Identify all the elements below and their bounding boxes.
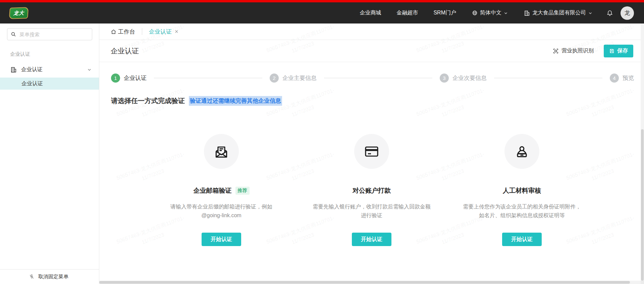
nav-enterprise-mall[interactable]: 企业商城 <box>360 9 381 16</box>
method-icon-circle <box>204 134 239 169</box>
chevron-down-icon <box>87 67 92 72</box>
save-button[interactable]: 保存 <box>604 45 633 57</box>
page-title-bar: 企业认证 营业执照识别 保存 <box>99 40 644 62</box>
unpin-menu-label: 取消固定菜单 <box>38 274 68 280</box>
unpin-menu-button[interactable]: 取消固定菜单 <box>0 269 99 284</box>
method-icon-circle <box>504 134 539 169</box>
search-icon <box>11 32 16 37</box>
company-switcher[interactable]: 龙大食品集团有限公司 <box>524 9 592 16</box>
step-1-enterprise-cert: 1 企业认证 <box>111 74 147 83</box>
method-title-row: 企业邮箱验证 推荐 <box>194 186 250 195</box>
pin-slash-icon <box>29 274 35 280</box>
method-description: 请输入带有企业后缀的邮箱进行验证，例如 @going-link.com <box>162 202 281 220</box>
vertical-scrollbar[interactable] <box>641 23 644 281</box>
step-number: 2 <box>270 74 279 83</box>
step-label: 企业次要信息 <box>452 74 487 82</box>
scan-icon <box>553 48 559 54</box>
horizontal-scrollbar[interactable] <box>99 281 641 284</box>
tab-enterprise-cert-label: 企业认证 <box>149 28 172 36</box>
verification-methods: 企业邮箱验证 推荐 请输入带有企业后缀的邮箱进行验证，例如 @going-lin… <box>146 134 597 246</box>
app-header: 龙大 企业商城 金融超市 SRM门户 简体中文 龙大食品集团有限公司 龙 <box>0 2 644 23</box>
method-card-manual-review: 人工材料审核 需要上传您作为该企业员工的相关身份证明附件，如名片、组织架构信息或… <box>447 134 597 246</box>
method-title: 人工材料审核 <box>503 186 541 195</box>
verify-note-highlighted: 验证通过还需继续完善其他企业信息 <box>189 96 282 106</box>
verify-heading: 请选择任一方式完成验证 <box>111 96 185 105</box>
tab-bar: 工作台 企业认证 × <box>99 23 644 40</box>
company-name: 龙大食品集团有限公司 <box>532 9 586 16</box>
recommended-badge: 推荐 <box>235 187 250 195</box>
chevron-down-icon <box>588 11 592 15</box>
step-label: 企业认证 <box>124 74 147 82</box>
sidebar-fill <box>0 90 99 269</box>
notifications-button[interactable] <box>606 10 613 16</box>
menu-search <box>7 28 92 40</box>
start-cert-manual-button[interactable]: 开始认证 <box>502 233 542 246</box>
app-body: 企业认证 企业认证 企业认证 取消固定菜单 工作台 <box>0 23 644 284</box>
building-icon <box>524 10 530 16</box>
page-title: 企业认证 <box>111 46 139 56</box>
vertical-scrollbar-thumb[interactable] <box>641 129 644 281</box>
method-description: 需要先输入银行账户，收到打款后需输入回款金额进行验证 <box>312 202 431 220</box>
sidebar-item-label: 企业认证 <box>21 66 87 73</box>
method-title-row: 人工材料审核 <box>503 186 541 195</box>
sidebar-group-label: 企业认证 <box>10 51 99 57</box>
close-icon[interactable]: × <box>175 29 178 35</box>
bell-icon <box>606 10 613 16</box>
method-icon-circle <box>354 134 389 169</box>
step-connector <box>154 78 262 78</box>
tab-workbench[interactable]: 工作台 <box>111 28 135 36</box>
horizontal-scrollbar-thumb[interactable] <box>99 281 630 284</box>
scrollbar-corner <box>641 281 644 284</box>
step-3-secondary-info: 3 企业次要信息 <box>440 74 487 83</box>
tab-separator <box>142 28 142 35</box>
top-red-strip <box>0 0 644 2</box>
sidebar-item-enterprise-cert[interactable]: 企业认证 <box>0 61 99 78</box>
content-area: 1 企业认证 2 企业主要信息 3 企业次要信息 4 预览 <box>99 62 644 284</box>
step-number: 3 <box>440 74 449 83</box>
save-icon <box>609 48 614 54</box>
step-number: 4 <box>610 74 619 83</box>
language-label: 简体中文 <box>480 9 501 16</box>
step-label: 企业主要信息 <box>282 74 317 82</box>
nav-finance-supermarket[interactable]: 金融超市 <box>396 9 418 16</box>
stamp-icon <box>514 143 530 159</box>
start-cert-bank-button[interactable]: 开始认证 <box>352 233 391 246</box>
start-cert-email-button[interactable]: 开始认证 <box>202 233 241 246</box>
method-card-email: 企业邮箱验证 推荐 请输入带有企业后缀的邮箱进行验证，例如 @going-lin… <box>146 134 297 246</box>
menu-search-input[interactable] <box>7 28 92 40</box>
tab-workbench-label: 工作台 <box>118 28 135 36</box>
method-title-row: 对公账户打款 <box>353 186 391 195</box>
sidebar-subitem-enterprise-cert-active[interactable]: 企业认证 <box>0 78 99 90</box>
step-4-preview: 4 预览 <box>610 74 634 83</box>
method-title: 对公账户打款 <box>353 186 391 195</box>
chevron-down-icon <box>504 11 508 15</box>
method-description: 需要上传您作为该企业员工的相关身份证明附件，如名片、组织架构信息或授权证明等 <box>463 202 582 220</box>
step-label: 预览 <box>623 74 634 82</box>
open-envelope-icon <box>213 143 229 159</box>
nav-srm-portal[interactable]: SRM门户 <box>433 9 456 16</box>
user-avatar[interactable]: 龙 <box>621 6 634 20</box>
language-selector[interactable]: 简体中文 <box>472 9 508 16</box>
home-icon <box>111 29 116 35</box>
tab-enterprise-cert[interactable]: 企业认证 × <box>149 28 178 36</box>
step-connector <box>494 78 602 78</box>
step-2-main-info: 2 企业主要信息 <box>270 74 317 83</box>
sidebar: 企业认证 企业认证 企业认证 取消固定菜单 <box>0 23 99 284</box>
method-card-bank-transfer: 对公账户打款 需要先输入银行账户，收到打款后需输入回款金额进行验证 开始认证 <box>297 134 447 246</box>
step-number: 1 <box>111 74 120 83</box>
business-license-ocr-label: 营业执照识别 <box>561 47 594 54</box>
verify-heading-row: 请选择任一方式完成验证 验证通过还需继续完善其他企业信息 <box>111 96 634 106</box>
save-label: 保存 <box>617 47 628 54</box>
business-license-ocr-button[interactable]: 营业执照识别 <box>553 47 594 54</box>
method-title: 企业邮箱验证 <box>194 186 232 195</box>
step-connector <box>324 78 432 78</box>
bank-card-icon <box>364 143 380 159</box>
brand-logo[interactable]: 龙大 <box>9 7 29 19</box>
step-wizard: 1 企业认证 2 企业主要信息 3 企业次要信息 4 预览 <box>111 74 634 83</box>
main-panel: 工作台 企业认证 × 企业认证 营业执照识别 保存 <box>99 23 644 284</box>
building-icon <box>10 66 17 73</box>
globe-icon <box>472 10 478 16</box>
